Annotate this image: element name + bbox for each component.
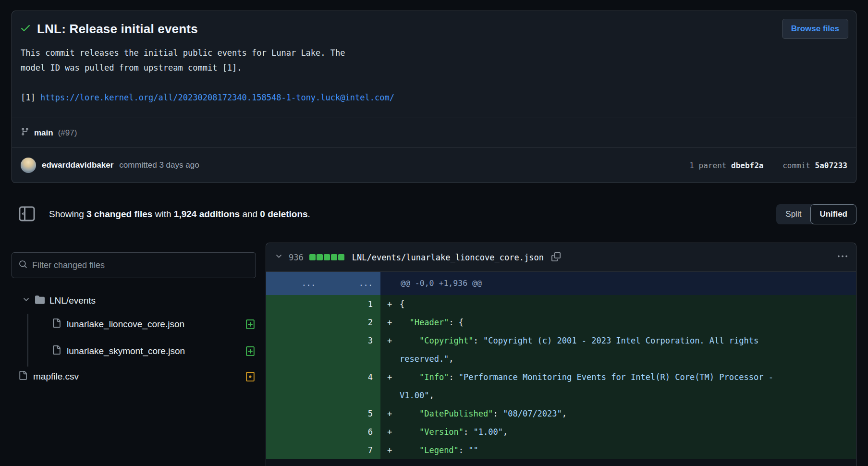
commit-header-card: LNL: Release initial events Browse files… <box>12 11 856 183</box>
tree-item-label: LNL/events <box>49 295 96 306</box>
summary-text: . <box>308 209 310 219</box>
files-changed-summary: Showing 3 changed files with 1,924 addit… <box>49 209 310 220</box>
commit-title-row: LNL: Release initial events Browse files <box>12 11 856 41</box>
additions-count: 1,924 additions <box>174 209 240 219</box>
tree-file-lunarlake_skymont_core.json[interactable]: lunarlake_skymont_core.json <box>12 338 256 365</box>
commit-label: commit <box>782 161 810 170</box>
diff-line-content: + "DatePublished": "08/07/2023", <box>380 405 856 423</box>
line-number[interactable]: 3 <box>266 331 380 368</box>
diff-line-5: 5+ "DatePublished": "08/07/2023", <box>266 405 856 423</box>
addition-marker: + <box>387 441 400 459</box>
line-number[interactable]: 2 <box>266 313 380 331</box>
file-tree-list: LNL/eventslunarlake_lioncove_core.jsonlu… <box>12 291 256 389</box>
code-text: "Legend": "" <box>400 441 478 459</box>
tree-file-mapfile.csv[interactable]: mapfile.csv <box>12 365 256 389</box>
summary-text: Showing <box>49 209 84 219</box>
copy-path-button[interactable] <box>551 252 561 263</box>
reference-link[interactable]: https://lore.kernel.org/all/202302081723… <box>40 93 394 102</box>
diff-added-icon <box>245 346 255 356</box>
file-icon <box>52 319 61 330</box>
filter-input[interactable] <box>32 260 249 270</box>
diff-panel: 936 LNL/events/lunarlake_lioncove_core.j… <box>266 243 856 466</box>
message-gap <box>21 75 847 90</box>
hunk-old-marker: ... <box>266 272 323 295</box>
browse-files-button[interactable]: Browse files <box>782 19 848 39</box>
check-icon <box>20 22 31 36</box>
tree-item-label: lunarlake_skymont_core.json <box>67 346 185 356</box>
deletions-count: 0 deletions <box>260 209 307 219</box>
diff-view-toggle: Split Unified <box>776 204 856 224</box>
search-icon <box>19 260 27 270</box>
branch-link[interactable]: main <box>34 128 53 138</box>
line-number[interactable]: 7 <box>266 441 380 459</box>
file-options-button[interactable] <box>838 252 847 263</box>
files-toolbar: Showing 3 changed files with 1,924 addit… <box>12 202 856 227</box>
content-area: LNL/eventslunarlake_lioncove_core.jsonlu… <box>12 243 856 466</box>
diff-line-content: + "Header": { <box>380 313 856 331</box>
reference-line: [1] https://lore.kernel.org/all/20230208… <box>21 90 847 105</box>
diff-line-content: + "Version": "1.00", <box>380 423 856 441</box>
avatar[interactable] <box>21 158 36 173</box>
parent-sha-link[interactable]: dbebf2a <box>731 161 763 170</box>
unified-view-button[interactable]: Unified <box>810 204 856 224</box>
summary-text: and <box>242 209 257 219</box>
filter-box <box>12 252 256 278</box>
chevron-down-icon[interactable] <box>275 252 283 262</box>
addition-marker: + <box>387 295 400 313</box>
addition-marker: + <box>387 423 400 441</box>
line-number[interactable]: 4 <box>266 368 380 405</box>
addition-marker: + <box>387 313 400 331</box>
kebab-icon <box>838 252 847 263</box>
commit-message-line: model ID was pulled from upstream commit… <box>21 61 847 75</box>
commit-title: LNL: Release initial events <box>37 22 198 37</box>
code-text: "Info": "Performance Monitoring Events f… <box>400 368 784 405</box>
commit-message: This commit releases the initial public … <box>12 41 856 105</box>
commit-sha-meta: 1 parent dbebf2a commit 5a07233 <box>689 161 847 170</box>
git-branch-icon <box>21 127 29 138</box>
diff-line-content: +{ <box>380 295 856 313</box>
committed-text: committed 3 days ago <box>119 160 199 170</box>
diff-body: ... ... @@ -0,0 +1,936 @@ 1+{2+ "Header"… <box>266 272 856 466</box>
line-number[interactable]: 5 <box>266 405 380 423</box>
chevron-down-icon <box>22 295 30 306</box>
diff-file-header: 936 LNL/events/lunarlake_lioncove_core.j… <box>266 243 856 272</box>
diff-line-2: 2+ "Header": { <box>266 313 856 331</box>
change-block <box>331 254 337 260</box>
change-blocks <box>309 254 344 260</box>
author-link[interactable]: edwarddavidbaker <box>42 160 113 170</box>
commit-author-row: edwarddavidbaker committed 3 days ago 1 … <box>12 147 856 183</box>
change-block <box>324 254 330 260</box>
file-icon <box>18 371 27 382</box>
summary-text: with <box>155 209 171 219</box>
code-text: "Header": { <box>400 313 464 331</box>
sidebar-collapse-icon <box>19 216 35 223</box>
diff-file-path[interactable]: LNL/events/lunarlake_lioncove_core.json <box>352 253 544 262</box>
change-block <box>317 254 323 260</box>
change-block <box>309 254 316 260</box>
diff-modified-icon <box>245 372 255 381</box>
diff-line-1: 1+{ <box>266 295 856 313</box>
diff-line-6: 6+ "Version": "1.00", <box>266 423 856 441</box>
tree-indent-guide <box>27 314 28 367</box>
tree-file-lunarlake_lioncove_core.json[interactable]: lunarlake_lioncove_core.json <box>12 311 256 338</box>
pr-link[interactable]: (#97) <box>58 128 77 138</box>
file-icon <box>52 345 61 357</box>
folder-icon <box>35 295 45 307</box>
line-number[interactable]: 6 <box>266 423 380 441</box>
tree-folder-LNL/events[interactable]: LNL/events <box>12 291 256 311</box>
file-tree-toggle-button[interactable] <box>18 206 36 223</box>
code-text: "DatePublished": "08/07/2023", <box>400 405 567 423</box>
split-view-button[interactable]: Split <box>776 204 810 224</box>
line-number[interactable]: 1 <box>266 295 380 313</box>
hunk-new-marker: ... <box>323 272 380 295</box>
diff-added-icon <box>245 319 255 329</box>
change-block <box>338 254 344 260</box>
file-tree-sidebar: LNL/eventslunarlake_lioncove_core.jsonlu… <box>12 243 256 466</box>
branch-row: main (#97) <box>12 118 856 147</box>
diff-line-7: 7+ "Legend": "" <box>266 441 856 459</box>
diff-line-content: + "Copyright": "Copyright (c) 2001 - 202… <box>380 331 856 368</box>
copy-icon <box>551 252 561 263</box>
diff-line-content: + "Info": "Performance Monitoring Events… <box>380 368 856 405</box>
commit-sha: 5a07233 <box>815 161 847 170</box>
commit-message-line: This commit releases the initial public … <box>21 46 847 61</box>
